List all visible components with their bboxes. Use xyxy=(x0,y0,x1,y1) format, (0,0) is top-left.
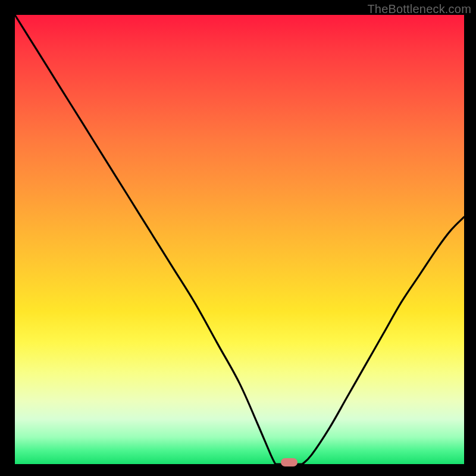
watermark-text: TheBottleneck.com xyxy=(367,2,471,16)
minimum-marker xyxy=(281,458,298,466)
plot-area xyxy=(15,15,464,464)
chart-frame: TheBottleneck.com xyxy=(0,0,476,476)
bottleneck-curve xyxy=(15,15,464,464)
